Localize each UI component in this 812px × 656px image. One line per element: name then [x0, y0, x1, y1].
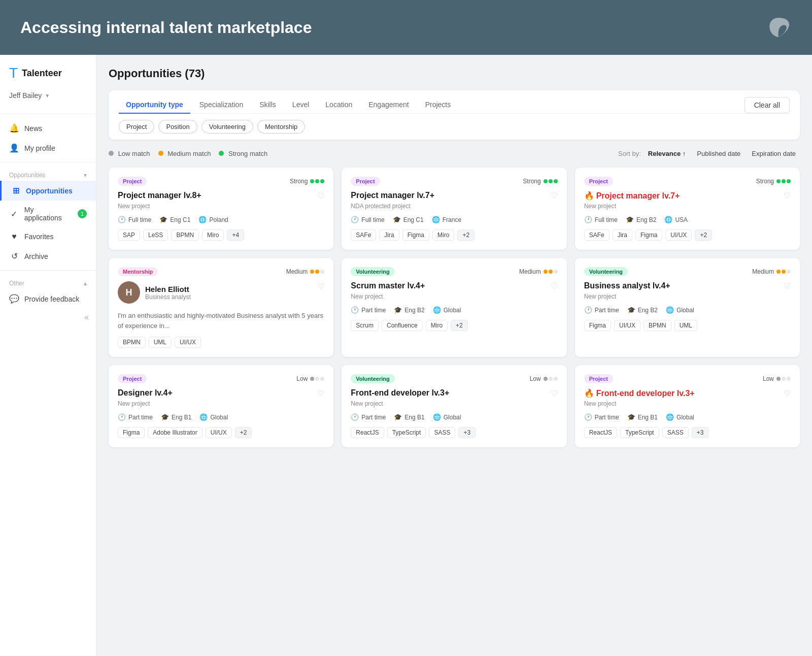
favorite-button[interactable]: ♡ — [317, 191, 324, 201]
meta-icon: 🌐 — [666, 413, 674, 421]
card-meta: 🕐 Full time 🎓 Eng C1 🌐 France — [351, 216, 557, 223]
card-skills: SAFe Jira Figma UI/UX +2 — [584, 229, 791, 241]
chip-mentorship[interactable]: Mentorship — [257, 120, 305, 134]
card-title: Designer lv.4+ — [118, 388, 173, 398]
card-meta: 🕐 Part time 🎓 Eng B1 🌐 Global — [118, 413, 324, 421]
card-card-7[interactable]: Project Low Designer lv.4+ ♡ New project… — [109, 365, 333, 447]
tab-level[interactable]: Level — [285, 96, 316, 114]
favorite-button[interactable]: ♡ — [551, 191, 558, 201]
hot-icon: 🔥 — [584, 389, 594, 398]
meta-icon: 🌐 — [199, 413, 208, 421]
meta-item: 🕐 Part time — [584, 413, 619, 421]
meta-icon: 🎓 — [394, 413, 402, 421]
sidebar-item-my-applications[interactable]: ✓ My applications 1 — [0, 201, 96, 227]
skill-tag: +2 — [695, 229, 712, 241]
card-skills: BPMN UML UI/UX — [118, 337, 324, 348]
favorite-button[interactable]: ♡ — [784, 388, 791, 398]
tab-location[interactable]: Location — [318, 96, 359, 114]
card-card-5[interactable]: Volunteering Medium Scrum master lv.4+ ♡… — [342, 258, 566, 357]
match-dots — [310, 270, 324, 274]
clear-all-button[interactable]: Clear all — [745, 97, 790, 113]
meta-item: 🌐 Global — [199, 413, 228, 421]
card-title: Scrum master lv.4+ — [351, 281, 425, 290]
archive-icon: ↺ — [9, 251, 19, 261]
sidebar-item-opportunities[interactable]: ⊞ Opportunities — [0, 181, 96, 201]
favorite-button[interactable]: ♡ — [317, 388, 324, 398]
card-match: Strong — [523, 178, 557, 185]
match-legend: Low match Medium match Strong match — [109, 150, 267, 157]
sidebar-item-provide-feedback[interactable]: 💬 Provide feedback — [0, 289, 96, 309]
card-skills: Scrum Confluence Miro +2 — [351, 320, 557, 331]
sidebar-item-news[interactable]: 🔔 News — [0, 118, 96, 138]
tab-specialization[interactable]: Specialization — [192, 96, 250, 114]
meta-item: 🕐 Full time — [118, 216, 151, 223]
filter-bar: Opportunity type Specialization Skills L… — [109, 90, 800, 140]
card-meta: 🕐 Part time 🎓 Eng B1 🌐 Global — [584, 413, 791, 421]
sort-expiration-date[interactable]: Expiration date — [748, 148, 800, 159]
skill-tag: Adobe Illustrator — [148, 427, 202, 438]
card-title-row: 🔥Project manager lv.7+ ♡ — [584, 191, 791, 201]
favorite-button[interactable]: ♡ — [551, 281, 558, 291]
card-subtitle: New project — [351, 293, 557, 300]
favorite-button[interactable]: ♡ — [317, 281, 324, 291]
filter-clear-area: Clear all — [745, 97, 790, 113]
sidebar-item-label: News — [24, 124, 42, 133]
brand: T Talenteer — [0, 65, 96, 91]
skill-tag: BPMN — [171, 229, 199, 241]
card-meta: 🕐 Full time 🎓 Eng B2 🌐 USA — [584, 216, 791, 223]
card-card-1[interactable]: Project Strong Project manager lv.8+ ♡ N… — [109, 168, 333, 250]
meta-item: 🕐 Part time — [351, 306, 386, 314]
tab-skills[interactable]: Skills — [252, 96, 283, 114]
skill-tag: +2 — [451, 320, 468, 331]
card-card-4[interactable]: Mentorship Medium H Helen Elliott Busine… — [109, 258, 333, 357]
favorite-button[interactable]: ♡ — [784, 281, 791, 291]
sidebar-item-my-profile[interactable]: 👤 My profile — [0, 138, 96, 158]
skill-tag: UI/UX — [665, 229, 692, 241]
card-card-2[interactable]: Project Strong Project manager lv.7+ ♡ N… — [342, 168, 566, 250]
user-info[interactable]: Jeff Bailey ▼ — [0, 91, 96, 110]
card-title: Project manager lv.8+ — [118, 191, 201, 200]
other-section-label[interactable]: Other ▴ — [0, 275, 96, 289]
skill-tag: Jira — [379, 229, 399, 241]
card-match: Medium — [286, 268, 325, 275]
sidebar-item-favorites[interactable]: ♥ Favorites — [0, 227, 96, 246]
sidebar-item-archive[interactable]: ↺ Archive — [0, 246, 96, 266]
sort-label: Sort by: — [618, 150, 641, 157]
tab-projects[interactable]: Projects — [418, 96, 458, 114]
meta-icon: 🎓 — [159, 216, 167, 223]
section-collapse-icon: ▾ — [84, 172, 87, 179]
card-card-9[interactable]: Project Low 🔥Front-end developer lv.3+ ♡… — [575, 365, 800, 447]
favorite-button[interactable]: ♡ — [784, 191, 791, 201]
meta-icon: 🎓 — [393, 216, 401, 223]
card-card-6[interactable]: Volunteering Medium Business analyst lv.… — [575, 258, 800, 357]
sidebar-collapse-button[interactable]: « — [0, 309, 96, 326]
sort-published-date[interactable]: Published date — [693, 148, 745, 159]
chip-position[interactable]: Position — [158, 120, 197, 134]
mentor-name: Helen Elliott — [145, 285, 191, 293]
card-card-3[interactable]: Project Strong 🔥Project manager lv.7+ ♡ … — [575, 168, 800, 250]
tab-engagement[interactable]: Engagement — [361, 96, 416, 114]
card-card-8[interactable]: Volunteering Low Front-end developer lv.… — [342, 365, 566, 447]
profile-icon: 👤 — [9, 143, 19, 153]
card-title-row: Project manager lv.8+ ♡ — [118, 191, 324, 201]
applications-badge: 1 — [78, 209, 87, 218]
skill-tag: UI/UX — [614, 320, 640, 331]
meta-item: 🎓 Eng B1 — [394, 413, 424, 421]
chip-volunteering[interactable]: Volunteering — [201, 120, 253, 134]
brand-name: Talenteer — [22, 68, 62, 79]
card-subtitle: New project — [584, 203, 791, 210]
sidebar: T Talenteer Jeff Bailey ▼ 🔔 News 👤 My pr… — [0, 55, 96, 656]
sidebar-item-label: Archive — [24, 252, 48, 260]
meta-item: 🕐 Part time — [584, 306, 619, 314]
opportunities-section-label[interactable]: Opportunities ▾ — [0, 167, 96, 181]
meta-item: 🌐 Global — [666, 306, 694, 314]
tab-opportunity-type[interactable]: Opportunity type — [119, 96, 190, 114]
chip-project[interactable]: Project — [119, 120, 154, 134]
sort-relevance[interactable]: Relevance ↑ — [644, 148, 690, 159]
meta-item: 🕐 Part time — [118, 413, 153, 421]
meta-icon: 🌐 — [432, 216, 440, 223]
card-title-row: H Helen Elliott Business analyst ♡ — [118, 281, 324, 309]
skill-tag: SAFe — [584, 229, 610, 241]
skill-tag: UML — [674, 320, 697, 331]
favorite-button[interactable]: ♡ — [551, 388, 558, 398]
